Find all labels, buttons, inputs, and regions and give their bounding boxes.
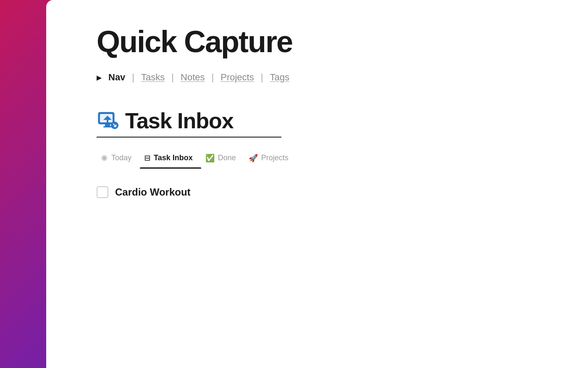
tab-task-inbox[interactable]: ⊟ Task Inbox	[140, 149, 201, 168]
nav-sep-3: |	[212, 72, 214, 83]
task-label: Cardio Workout	[115, 186, 191, 198]
nav-sep-4: |	[261, 72, 263, 83]
main-window: Quick Capture ▶ Nav | Tasks | Notes | Pr…	[46, 0, 588, 368]
task-checkbox[interactable]	[97, 186, 108, 198]
nav-arrow-icon: ▶	[97, 74, 102, 82]
task-row: Cardio Workout	[97, 182, 554, 202]
tab-done[interactable]: ✅ Done	[201, 149, 244, 168]
sun-icon: ✺	[101, 154, 108, 162]
nav-link-projects[interactable]: Projects	[220, 72, 254, 83]
tab-done-label: Done	[218, 154, 236, 162]
tab-today-label: Today	[111, 154, 131, 162]
nav-link-tasks[interactable]: Tasks	[141, 72, 165, 83]
rocket-icon: 🚀	[249, 154, 258, 162]
tabs-row: ✺ Today ⊟ Task Inbox ✅ Done 🚀 Projects	[97, 149, 554, 169]
svg-rect-4	[103, 126, 112, 127]
nav-sep-1: |	[132, 72, 134, 83]
inbox-tab-icon: ⊟	[144, 154, 150, 162]
tab-projects-label: Projects	[261, 154, 289, 162]
nav-label: Nav	[108, 72, 125, 83]
svg-rect-3	[105, 124, 110, 126]
section-header: Task Inbox	[97, 108, 554, 133]
section-underline	[97, 137, 281, 138]
tab-projects[interactable]: 🚀 Projects	[244, 149, 297, 168]
section-title: Task Inbox	[125, 108, 234, 133]
checkmark-icon: ✅	[205, 154, 215, 162]
nav-row: ▶ Nav | Tasks | Notes | Projects | Tags	[97, 72, 554, 83]
tab-today[interactable]: ✺ Today	[97, 149, 140, 168]
nav-sep-2: |	[171, 72, 174, 83]
inbox-icon	[97, 110, 118, 132]
app-title: Quick Capture	[97, 25, 554, 58]
nav-link-notes[interactable]: Notes	[181, 72, 205, 83]
nav-link-tags[interactable]: Tags	[270, 72, 289, 83]
tab-task-inbox-label: Task Inbox	[154, 154, 193, 162]
